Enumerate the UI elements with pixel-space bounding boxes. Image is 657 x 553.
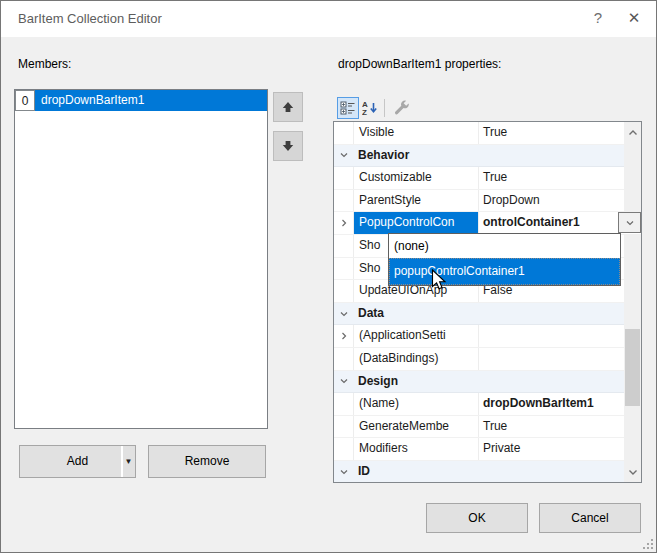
property-value	[479, 348, 624, 370]
cancel-button[interactable]: Cancel	[539, 503, 641, 533]
scroll-up-icon[interactable]	[624, 124, 641, 141]
down-arrow-icon	[280, 138, 296, 154]
property-pages-button	[390, 97, 412, 119]
add-dropdown-arrow-icon[interactable]: ▼	[123, 446, 134, 477]
property-row[interactable]: GenerateMembeTrue	[334, 416, 641, 439]
dropdown-popup: (none)popupControlContainer1	[388, 233, 621, 286]
property-value: True	[479, 167, 624, 189]
property-name: Modifiers	[354, 438, 479, 460]
row-margin	[334, 280, 354, 302]
member-list-item[interactable]: 0dropDownBarItem1	[15, 90, 267, 111]
property-row[interactable]: ParentStyleDropDown	[334, 190, 641, 213]
mouse-cursor	[431, 269, 449, 293]
property-value: True	[479, 416, 624, 438]
row-margin	[334, 348, 354, 370]
close-button[interactable]: ✕	[617, 1, 651, 37]
row-margin	[334, 438, 354, 460]
property-name: Behavior	[353, 145, 641, 167]
property-value	[479, 325, 624, 347]
window-title: BarItem Collection Editor	[18, 11, 162, 26]
category-row[interactable]: Design	[334, 371, 641, 394]
property-row[interactable]: PopupControlConontrolContainer1	[334, 212, 641, 235]
vertical-scrollbar[interactable]	[624, 122, 641, 482]
property-grid: VisibleTrueBehaviorCustomizableTrueParen…	[333, 121, 642, 483]
property-value: Private	[479, 438, 624, 460]
category-row[interactable]: ID	[334, 461, 641, 482]
row-margin	[334, 122, 354, 144]
property-name: Design	[353, 371, 641, 393]
property-name: GenerateMembe	[354, 416, 479, 438]
svg-text:Z: Z	[362, 108, 367, 116]
property-row[interactable]: VisibleTrue	[334, 122, 641, 145]
collapse-chevron-icon[interactable]	[334, 461, 353, 482]
member-index: 0	[15, 90, 35, 111]
remove-button[interactable]: Remove	[148, 445, 266, 478]
add-button[interactable]: Add ▼	[19, 445, 136, 478]
scroll-down-icon[interactable]	[624, 463, 641, 480]
collapse-chevron-icon[interactable]	[334, 145, 353, 167]
category-row[interactable]: Data	[334, 303, 641, 326]
property-value: True	[479, 122, 624, 144]
categorized-icon	[340, 100, 356, 116]
row-margin	[334, 258, 354, 280]
row-margin	[334, 393, 354, 415]
member-name: dropDownBarItem1	[35, 90, 267, 111]
alphabetical-button[interactable]: A Z	[359, 97, 381, 119]
properties-label: dropDownBarItem1 properties:	[338, 57, 501, 71]
up-arrow-icon	[280, 99, 296, 115]
wrench-icon	[393, 100, 410, 117]
row-margin	[334, 167, 354, 189]
property-name: (ApplicationSetti	[354, 325, 479, 347]
titlebar: BarItem Collection Editor ? ✕	[1, 1, 656, 37]
property-name: ID	[353, 461, 641, 482]
property-name: (Name)	[354, 393, 479, 415]
property-value[interactable]: ontrolContainer1	[479, 212, 641, 234]
dropdown-item[interactable]: (none)	[389, 234, 620, 258]
property-name: Customizable	[354, 167, 479, 189]
property-name: (DataBindings)	[354, 348, 479, 370]
property-value: dropDownBarItem1	[479, 393, 624, 415]
property-name: PopupControlCon	[354, 212, 479, 234]
property-rows: VisibleTrueBehaviorCustomizableTrueParen…	[334, 122, 641, 482]
collapse-chevron-icon[interactable]	[334, 303, 353, 325]
move-down-button[interactable]	[273, 131, 303, 161]
property-name: ParentStyle	[354, 190, 479, 212]
add-button-label: Add	[67, 454, 88, 468]
property-name: Visible	[354, 122, 479, 144]
move-up-button[interactable]	[273, 92, 303, 122]
property-row[interactable]: (ApplicationSetti	[334, 325, 641, 348]
property-row[interactable]: ModifiersPrivate	[334, 438, 641, 461]
dropdown-item[interactable]: popupControlContainer1	[389, 258, 620, 285]
expand-chevron-icon[interactable]	[334, 212, 354, 234]
value-dropdown-button[interactable]	[618, 212, 641, 233]
property-row[interactable]: CustomizableTrue	[334, 167, 641, 190]
property-name: Data	[353, 303, 641, 325]
help-button[interactable]: ?	[581, 1, 615, 37]
toolbar-separator	[384, 99, 385, 117]
category-row[interactable]: Behavior	[334, 145, 641, 168]
row-margin	[334, 235, 354, 257]
row-margin	[334, 416, 354, 438]
property-row[interactable]: (Name)dropDownBarItem1	[334, 393, 641, 416]
ok-button[interactable]: OK	[426, 503, 528, 533]
expand-chevron-icon[interactable]	[334, 325, 354, 347]
members-listbox[interactable]: 0dropDownBarItem1	[14, 89, 268, 429]
property-row[interactable]: (DataBindings)	[334, 348, 641, 371]
row-margin	[334, 190, 354, 212]
collapse-chevron-icon[interactable]	[334, 371, 353, 393]
alphabetical-sort-icon: A Z	[362, 100, 378, 116]
baritem-collection-editor-dialog: BarItem Collection Editor ? ✕ Members: d…	[0, 0, 657, 553]
propertygrid-toolbar: A Z	[337, 96, 412, 120]
categorized-button[interactable]	[337, 97, 359, 119]
members-label: Members:	[18, 57, 71, 71]
resize-grip[interactable]	[642, 538, 653, 549]
property-value: DropDown	[479, 190, 624, 212]
scrollbar-thumb[interactable]	[625, 329, 640, 406]
